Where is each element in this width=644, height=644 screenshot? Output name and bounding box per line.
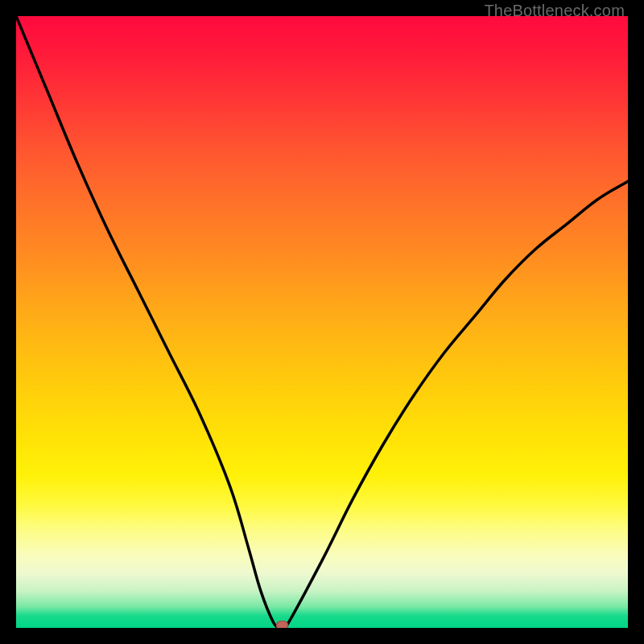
plot-area — [16, 16, 628, 628]
chart-frame: TheBottleneck.com — [0, 0, 644, 644]
curve-minimum-marker — [277, 621, 288, 629]
curve-svg — [16, 16, 628, 628]
bottleneck-curve-path — [16, 16, 628, 628]
